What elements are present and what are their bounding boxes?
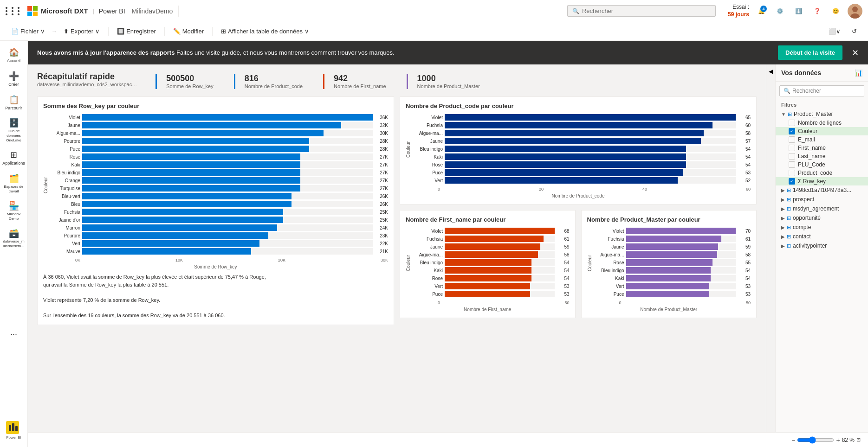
- sidebar-label-applications: Applications: [2, 161, 25, 166]
- sidebar-label-milindav: Milindav Demo: [3, 212, 25, 221]
- chart2-x-axis: 0204060: [406, 187, 751, 192]
- settings-button[interactable]: ⚙️: [773, 5, 786, 18]
- checkbox-email[interactable]: [789, 136, 795, 143]
- tree-child-first-name[interactable]: First_name: [776, 144, 868, 152]
- bar-row: Aigue-ma...58: [413, 130, 751, 136]
- bar-fill: [626, 283, 710, 289]
- brand-workspace[interactable]: MilindavDemo: [132, 7, 173, 15]
- report-title: Récapitulatif rapide: [37, 72, 137, 82]
- notifications-button[interactable]: 🔔 4: [755, 5, 768, 18]
- tree-child-last-name[interactable]: Last_name: [776, 152, 868, 160]
- banner-close-button[interactable]: ✕: [852, 48, 859, 58]
- tree-child-couleur[interactable]: ✓ Couleur: [776, 127, 868, 135]
- tree-child-email[interactable]: E_mail: [776, 135, 868, 144]
- tree-item-msdyn[interactable]: ▶ ⊞ msdyn_agreement: [776, 204, 868, 213]
- sidebar-item-applications[interactable]: ⊞ Applications: [1, 147, 26, 169]
- sidebar-item-accueil[interactable]: 🏠 Accueil: [1, 45, 26, 66]
- global-search[interactable]: 🔍: [567, 5, 716, 17]
- sidebar-item-milindav[interactable]: 🏪 Milindav Demo: [1, 198, 26, 224]
- tree-child-product-code[interactable]: Product_code: [776, 169, 868, 177]
- file-button[interactable]: 📄 Fichier ∨: [7, 26, 49, 37]
- table-icon-msdyn: ⊞: [787, 206, 791, 212]
- svg-rect-10: [15, 426, 18, 431]
- bar-fill: [626, 259, 713, 266]
- bar-value: 60: [738, 123, 751, 128]
- sidebar-item-dataverse1[interactable]: 🗃️ dataverse_m ilindavdem...: [1, 225, 26, 251]
- sidebar-item-creer[interactable]: ➕ Créer: [1, 68, 26, 90]
- bar-fill: [445, 236, 544, 242]
- powerbi-logo-icon: [6, 421, 19, 434]
- edit-button[interactable]: ✏️ Modifier: [169, 26, 207, 37]
- hub-icon: 🗄️: [9, 118, 19, 128]
- export-button[interactable]: ⬆ Exporter ∨: [60, 26, 104, 37]
- save-button[interactable]: 🔲 Enregistrer: [113, 26, 160, 37]
- checkbox-product-code[interactable]: [789, 170, 795, 176]
- sidebar-item-hub[interactable]: 🗄️ Hub de données OneLake: [1, 115, 26, 145]
- checkbox-couleur[interactable]: ✓: [789, 128, 795, 134]
- bar-track: [445, 177, 736, 184]
- charts-grid: Somme des Row_key par couleur Couleur Vi…: [37, 96, 757, 325]
- chart4-title: Nombre de Product_Master par couleur: [587, 216, 751, 223]
- checkbox-plu-code[interactable]: [789, 161, 795, 168]
- filter-toggle-button[interactable]: ◀: [766, 64, 775, 432]
- bar-label: Rose: [413, 276, 443, 281]
- checkbox-nombre-lignes[interactable]: [789, 120, 795, 126]
- checkbox-first-name[interactable]: [789, 145, 795, 151]
- bar-row: Vert22K: [50, 240, 388, 247]
- tree-child-plu-code[interactable]: PLU_Code: [776, 160, 868, 169]
- tree-item-activitypointer[interactable]: ▶ ⊞ activitypointer: [776, 241, 868, 250]
- tree-child-nombre-lignes[interactable]: Nombre de lignes: [776, 119, 868, 127]
- report-scroll[interactable]: Récapitulatif rapide dataverse_milindavd…: [28, 64, 766, 432]
- bar-value: 53: [738, 170, 751, 175]
- microsoft-logo-icon: [27, 6, 38, 17]
- fit-page-button[interactable]: ⊡: [856, 437, 861, 443]
- search-input[interactable]: [582, 7, 711, 14]
- bar-value: 22K: [375, 241, 388, 246]
- view-table-button[interactable]: ⊞ Afficher la table de données ∨: [217, 26, 313, 37]
- bar-fill: [445, 169, 683, 176]
- panel-search-input[interactable]: [792, 88, 860, 94]
- file-icon: 📄: [11, 28, 19, 35]
- edit-icon: ✏️: [173, 28, 181, 35]
- bar-row: Rose54: [413, 275, 570, 281]
- bar-track: [82, 161, 373, 168]
- begin-tour-button[interactable]: Début de la visite: [778, 45, 842, 60]
- bar-fill: [626, 291, 710, 297]
- tree-item-1498[interactable]: ▶ ⊞ 1498cd1a7f104978a3...: [776, 185, 868, 195]
- checkbox-last-name[interactable]: [789, 153, 795, 160]
- feedback-button[interactable]: 😊: [829, 5, 842, 18]
- help-button[interactable]: ❓: [810, 5, 823, 18]
- tree-item-contact[interactable]: ▶ ⊞ contact: [776, 232, 868, 241]
- tree-item-prospect[interactable]: ▶ ⊞ prospect: [776, 195, 868, 204]
- tree-item-product-master[interactable]: ▼ ⊞ Product_Master: [776, 109, 868, 119]
- app-launcher-icon[interactable]: [6, 7, 22, 15]
- sidebar-label-espaces: Espaces de travail: [3, 185, 25, 193]
- table-icon-activity: ⊞: [787, 243, 791, 249]
- download-button[interactable]: ⬇️: [792, 5, 805, 18]
- zoom-out-button[interactable]: −: [791, 436, 795, 444]
- bar-track: [82, 146, 373, 152]
- sidebar-item-espaces[interactable]: 🗂️ Espaces de travail: [1, 171, 26, 196]
- tree-item-compte[interactable]: ▶ ⊞ compte: [776, 223, 868, 232]
- bar-fill: [626, 267, 711, 274]
- tree-item-opportunite[interactable]: ▶ ⊞ opportunité: [776, 213, 868, 223]
- panel-search-box[interactable]: 🔍: [779, 85, 864, 96]
- bar-row: Orange27K: [50, 177, 388, 184]
- save-icon: 🔲: [117, 28, 124, 35]
- bar-track: [82, 153, 373, 160]
- window-size-button[interactable]: ⬜∨: [825, 26, 844, 37]
- sidebar-item-parcourir[interactable]: 📋 Parcourir: [1, 92, 26, 114]
- refresh-button[interactable]: ↺: [848, 26, 861, 37]
- bar-track: [445, 283, 555, 289]
- sidebar-item-more[interactable]: ···: [1, 326, 26, 342]
- bar-label: Aigue-ma...: [413, 131, 443, 136]
- user-avatar[interactable]: [848, 4, 862, 19]
- bar-track: [82, 114, 373, 121]
- bar-track: [82, 185, 373, 192]
- bar-track: [82, 122, 373, 128]
- bar-row: Bleu indigo27K: [50, 169, 388, 176]
- zoom-slider[interactable]: [797, 436, 834, 444]
- zoom-in-button[interactable]: +: [836, 436, 840, 444]
- tree-child-row-key[interactable]: ✓ Σ Row_key: [776, 177, 868, 185]
- checkbox-row-key[interactable]: ✓: [789, 178, 795, 185]
